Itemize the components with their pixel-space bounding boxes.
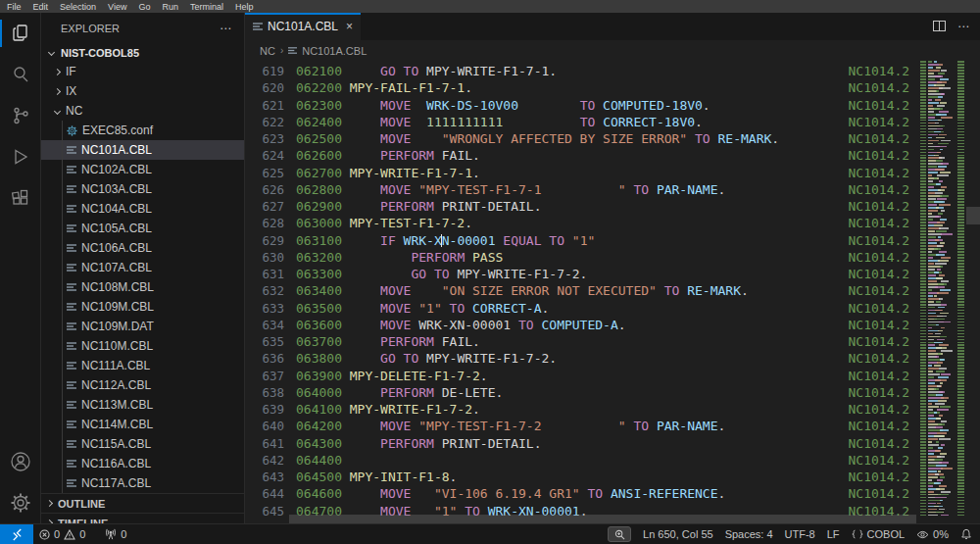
sidebar-item-nc101a-cbl[interactable]: NC101A.CBL <box>41 140 244 160</box>
source-control-icon[interactable] <box>0 95 41 136</box>
menu-file[interactable]: File <box>7 2 22 12</box>
cursor-position[interactable]: Ln 650, Col 55 <box>637 524 719 544</box>
code-line-623[interactable]: 623062500 MOVE "WRONGLY AFFECTED BY SIZE… <box>245 130 916 147</box>
code-line-635[interactable]: 635063700 PERFORM FAIL.NC1014.2 <box>245 333 916 350</box>
search-icon[interactable] <box>0 54 41 95</box>
sequence-id-marker: NC1014.2 <box>849 418 910 434</box>
menu-help[interactable]: Help <box>235 2 254 12</box>
code-line-630[interactable]: 630063200 PERFORM PASSNC1014.2 <box>245 249 916 266</box>
code-line-633[interactable]: 633063500 MOVE "1" TO CORRECT-A.NC1014.2 <box>245 300 916 317</box>
breadcrumb-folder[interactable]: NC <box>260 45 275 57</box>
file-icon <box>67 380 76 390</box>
code-line-624[interactable]: 624062600 PERFORM FAIL.NC1014.2 <box>245 147 916 164</box>
outline-panel[interactable]: OUTLINE <box>41 493 244 513</box>
chevron-down-icon <box>54 107 61 114</box>
code-line-629[interactable]: 629063100 IF WRK-XN-00001 EQUAL TO "1"NC… <box>245 232 916 249</box>
file-icon <box>67 282 76 292</box>
sidebar-item-nc104a-cbl[interactable]: NC104A.CBL <box>41 199 244 219</box>
sidebar-item-nc105a-cbl[interactable]: NC105A.CBL <box>41 219 244 238</box>
code-line-632[interactable]: 632063400 MOVE "ON SIZE ERROR NOT EXECUT… <box>245 282 916 299</box>
workspace-section-header[interactable]: NIST-COBOL85 <box>41 44 244 62</box>
account-icon[interactable] <box>0 441 41 482</box>
sidebar-item-nc115a-cbl[interactable]: NC115A.CBL <box>41 434 244 454</box>
editor-more-icon[interactable]: ⋯ <box>957 20 970 33</box>
timeline-panel[interactable]: TIMELINE <box>41 513 244 523</box>
code-line-643[interactable]: 643064500 MPY-INIT-F1-8.NC1014.2 <box>245 469 916 485</box>
sequence-id-marker: NC1014.2 <box>849 401 910 418</box>
code-line-621[interactable]: 621062300 MOVE WRK-DS-10V00 TO COMPUTED-… <box>245 97 916 114</box>
menu-edit[interactable]: Edit <box>33 2 49 12</box>
code-line-622[interactable]: 622062400 MOVE 1111111111 TO CORRECT-18V… <box>245 114 916 130</box>
sidebar-item-nc102a-cbl[interactable]: NC102A.CBL <box>41 160 244 179</box>
sidebar-item-exec85-conf[interactable]: EXEC85.conf <box>41 121 244 140</box>
sidebar-folder-nc[interactable]: NC <box>41 101 244 121</box>
sidebar-folder-ix[interactable]: IX <box>41 81 244 101</box>
horizontal-scrollbar[interactable] <box>289 515 916 523</box>
zoom-status-icon[interactable] <box>608 526 631 542</box>
sidebar-item-nc103a-cbl[interactable]: NC103A.CBL <box>41 179 244 199</box>
code-line-638[interactable]: 638064000 PERFORM DE-LETE.NC1014.2 <box>245 384 916 401</box>
menu-terminal[interactable]: Terminal <box>190 2 223 12</box>
settings-gear-icon[interactable] <box>0 482 41 523</box>
notifications-bell-icon[interactable] <box>955 524 980 544</box>
code-line-625[interactable]: 625062700 MPY-WRITE-F1-7-1.NC1014.2 <box>245 165 916 181</box>
line-number: 627 <box>245 198 284 215</box>
code-line-644[interactable]: 644064600 MOVE "VI-106 6.19.4 GR1" TO AN… <box>245 485 916 502</box>
sidebar-item-nc106a-cbl[interactable]: NC106A.CBL <box>41 238 244 258</box>
code-line-637[interactable]: 637063900 MPY-DELETE-F1-7-2.NC1014.2 <box>245 368 916 384</box>
code-line-626[interactable]: 626062800 MOVE "MPY-TEST-F1-7-1 " TO PAR… <box>245 181 916 198</box>
explorer-icon[interactable] <box>0 13 41 54</box>
menu-go[interactable]: Go <box>138 2 150 12</box>
minimap[interactable] <box>916 61 966 523</box>
breadcrumb-file[interactable]: NC101A.CBL <box>302 45 367 57</box>
code-line-642[interactable]: 642064400NC1014.2 <box>245 452 916 469</box>
sidebar-item-nc113m-cbl[interactable]: NC113M.CBL <box>41 395 244 415</box>
code-line-639[interactable]: 639064100 MPY-WRITE-F1-7-2.NC1014.2 <box>245 401 916 418</box>
code-line-640[interactable]: 640064200 MOVE "MPY-TEST-F1-7-2 " TO PAR… <box>245 418 916 434</box>
line-number: 622 <box>245 114 284 130</box>
sequence-id-marker: NC1014.2 <box>849 452 910 469</box>
code-line-628[interactable]: 628063000 MPY-TEST-F1-7-2.NC1014.2 <box>245 215 916 231</box>
remote-indicator[interactable] <box>0 524 33 544</box>
tab-close-icon[interactable]: × <box>346 20 353 33</box>
scrollbar-thumb[interactable] <box>966 207 980 224</box>
line-content: 063100 IF WRK-XN-00001 EQUAL TO "1"NC101… <box>296 232 595 249</box>
sidebar-item-nc109m-cbl[interactable]: NC109M.CBL <box>41 297 244 317</box>
sidebar-item-nc108m-cbl[interactable]: NC108M.CBL <box>41 277 244 297</box>
code-line-634[interactable]: 634063600 MOVE WRK-XN-00001 TO COMPUTED-… <box>245 317 916 333</box>
explorer-more-icon[interactable]: ⋯ <box>220 22 232 35</box>
menu-selection[interactable]: Selection <box>60 2 96 12</box>
line-number: 624 <box>245 147 284 164</box>
indentation-status[interactable]: Spaces: 4 <box>719 524 779 544</box>
sidebar-item-nc109m-dat[interactable]: NC109M.DAT <box>41 317 244 336</box>
sidebar-folder-if[interactable]: IF <box>41 62 244 81</box>
code-line-636[interactable]: 636063800 GO TO MPY-WRITE-F1-7-2.NC1014.… <box>245 350 916 367</box>
split-editor-icon[interactable] <box>933 18 946 35</box>
run-debug-icon[interactable] <box>0 136 41 177</box>
problems-status[interactable]: 0 0 <box>33 524 91 544</box>
ports-status[interactable]: 0 <box>99 524 132 544</box>
sidebar-item-nc112a-cbl[interactable]: NC112A.CBL <box>41 375 244 395</box>
sidebar-item-nc114m-cbl[interactable]: NC114M.CBL <box>41 415 244 434</box>
code-line-620[interactable]: 620062200 MPY-FAIL-F1-7-1.NC1014.2 <box>245 79 916 96</box>
eol-status[interactable]: LF <box>821 524 846 544</box>
tab-nc101a[interactable]: NC101A.CBL × <box>245 13 361 40</box>
sidebar-item-nc116a-cbl[interactable]: NC116A.CBL <box>41 454 244 473</box>
language-mode[interactable]: COBOL <box>846 524 911 544</box>
code-line-631[interactable]: 631063300 GO TO MPY-WRITE-F1-7-2.NC1014.… <box>245 266 916 282</box>
extensions-icon[interactable] <box>0 177 41 219</box>
menu-run[interactable]: Run <box>162 2 178 12</box>
vertical-scrollbar[interactable] <box>966 61 980 523</box>
code-line-641[interactable]: 641064300 PERFORM PRINT-DETAIL.NC1014.2 <box>245 435 916 452</box>
coverage-status[interactable]: 0% <box>910 524 955 544</box>
encoding-status[interactable]: UTF-8 <box>779 524 821 544</box>
sidebar-item-nc117a-cbl[interactable]: NC117A.CBL <box>41 473 244 493</box>
sidebar-item-nc107a-cbl[interactable]: NC107A.CBL <box>41 258 244 277</box>
code-area[interactable]: 619062100 GO TO MPY-WRITE-F1-7-1.NC1014.… <box>245 61 916 523</box>
sidebar-item-nc110m-cbl[interactable]: NC110M.CBL <box>41 336 244 356</box>
code-line-619[interactable]: 619062100 GO TO MPY-WRITE-F1-7-1.NC1014.… <box>245 63 916 79</box>
code-line-627[interactable]: 627062900 PERFORM PRINT-DETAIL.NC1014.2 <box>245 198 916 215</box>
sidebar-item-nc111a-cbl[interactable]: NC111A.CBL <box>41 356 244 375</box>
menu-view[interactable]: View <box>108 2 126 12</box>
folder-label: IF <box>66 65 76 78</box>
